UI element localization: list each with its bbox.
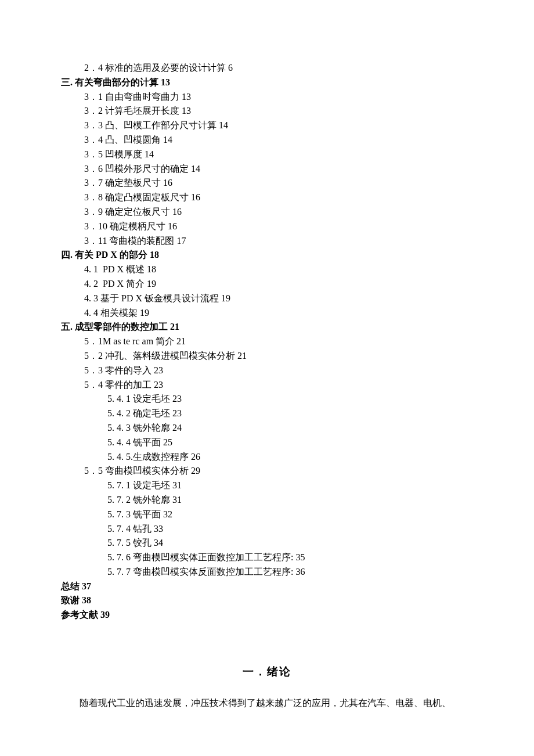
document-page: 2．4 标准的选用及必要的设计计算 6三. 有关弯曲部分的计算 133．1 自由… <box>0 0 534 746</box>
toc-entry: 5．1M as te rc am 简介 21 <box>84 334 473 349</box>
toc-entry: 4. 3 基于 PD X 钣金模具设计流程 19 <box>84 291 473 306</box>
toc-entry: 3．3 凸、凹模工作部分尺寸计算 14 <box>84 118 473 133</box>
toc-entry: 5. 4. 4 铣平面 25 <box>107 435 473 450</box>
toc-entry: 5. 4. 1 设定毛坯 23 <box>107 392 473 406</box>
toc-entry: 2．4 标准的选用及必要的设计计算 6 <box>84 61 473 75</box>
toc-entry: 5．4 零件的加工 23 <box>84 378 473 393</box>
toc-entry: 3．5 凹模厚度 14 <box>84 147 473 162</box>
toc-entry: 五. 成型零部件的数控加工 21 <box>61 320 473 334</box>
toc-entry: 5. 7. 4 钻孔 33 <box>107 522 473 537</box>
toc-entry: 3．10 确定模柄尺寸 16 <box>84 219 473 234</box>
toc-entry: 三. 有关弯曲部分的计算 13 <box>61 75 473 90</box>
toc-entry: 5. 7. 1 设定毛坯 31 <box>107 478 473 493</box>
table-of-contents: 2．4 标准的选用及必要的设计计算 6三. 有关弯曲部分的计算 133．1 自由… <box>61 61 473 622</box>
toc-entry: 5. 7. 5 铰孔 34 <box>107 536 473 550</box>
toc-entry: 5．2 冲孔、落料级进模凹模实体分析 21 <box>84 349 473 363</box>
toc-entry: 3．6 凹模外形尺寸的确定 14 <box>84 162 473 177</box>
toc-entry: 5. 4. 5.生成数控程序 26 <box>107 450 473 465</box>
toc-entry: 3．4 凸、凹模圆角 14 <box>84 133 473 147</box>
toc-entry: 3．7 确定垫板尺寸 16 <box>84 176 473 190</box>
toc-entry: 5. 7. 3 铣平面 32 <box>107 507 473 522</box>
toc-entry: 致谢 38 <box>61 593 473 608</box>
toc-entry: 3．2 计算毛坯展开长度 13 <box>84 104 473 118</box>
toc-entry: 总结 37 <box>61 579 473 594</box>
toc-entry: 5. 7. 6 弯曲模凹模实体正面数控加工工艺程序: 35 <box>107 550 473 565</box>
toc-entry: 4. 1 PD X 概述 18 <box>84 262 473 277</box>
toc-entry: 3．1 自由弯曲时弯曲力 13 <box>84 90 473 105</box>
toc-entry: 参考文献 39 <box>61 608 473 622</box>
toc-entry: 4. 2 PD X 简介 19 <box>84 277 473 291</box>
toc-entry: 5. 7. 7 弯曲模凹模实体反面数控加工工艺程序: 36 <box>107 565 473 579</box>
toc-entry: 5．5 弯曲模凹模实体分析 29 <box>84 464 473 478</box>
toc-entry: 3．8 确定凸模固定板尺寸 16 <box>84 190 473 205</box>
toc-entry: 4. 4 相关模架 19 <box>84 306 473 321</box>
toc-entry: 5. 7. 2 铣外轮廓 31 <box>107 493 473 507</box>
toc-entry: 3．11 弯曲模的装配图 17 <box>84 234 473 249</box>
section-heading: 一．绪论 <box>61 663 473 680</box>
toc-entry: 5．3 零件的导入 23 <box>84 363 473 378</box>
toc-entry: 四. 有关 PD X 的部分 18 <box>61 248 473 262</box>
body-paragraph: 随着现代工业的迅速发展，冲压技术得到了越来越广泛的应用，尤其在汽车、电器、电机、 <box>61 695 473 711</box>
toc-entry: 5. 4. 3 铣外轮廓 24 <box>107 421 473 435</box>
toc-entry: 5. 4. 2 确定毛坯 23 <box>107 406 473 421</box>
toc-entry: 3．9 确定定位板尺寸 16 <box>84 205 473 219</box>
